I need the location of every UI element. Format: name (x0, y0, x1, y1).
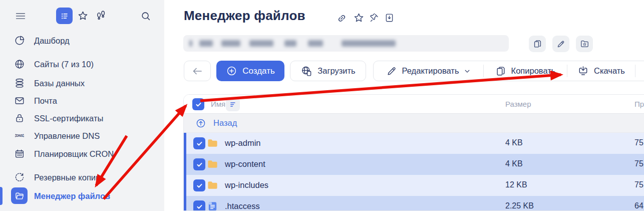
sidebar-item-label: Базы данных (34, 79, 85, 88)
file-name: wp-includes (225, 180, 268, 190)
file-name: wp-content (225, 159, 265, 169)
sidebar-item-backups[interactable]: Резервные копии (0, 169, 164, 185)
menu-hamburger-icon[interactable] (15, 11, 26, 22)
download-button[interactable]: Скачать (567, 61, 635, 81)
edit-button[interactable]: Редактировать (374, 61, 483, 81)
sidebar-item-label: Резервные копии (34, 173, 100, 182)
star-icon[interactable] (353, 12, 365, 24)
sidebar-item-label: SSL-сертификаты (34, 114, 103, 123)
sidebar-item-cron[interactable]: Планировщик CRON (0, 146, 164, 162)
sidebar-item-databases[interactable]: Базы данных (0, 75, 164, 91)
file-permissions: 75 (634, 138, 643, 147)
table-row[interactable]: wp-admin 4 KB 75 (184, 133, 644, 154)
edit-button-label: Редактировать (402, 66, 459, 76)
envelope-icon (14, 95, 25, 106)
copy-button[interactable]: Копировать (484, 61, 567, 81)
chevron-down-icon (464, 68, 471, 75)
file-name: .htaccess (225, 201, 260, 211)
sidebar-item-ssl[interactable]: SSL-сертификаты (0, 110, 164, 126)
table-header: Имя Размер Пр (184, 95, 644, 114)
sidebar-item-dns[interactable]: DNS Управление DNS (0, 128, 164, 144)
column-header-name[interactable]: Имя (211, 100, 225, 108)
calendar-icon (14, 148, 25, 159)
redacted-path-segment (189, 40, 192, 47)
restore-arrow-icon (14, 172, 25, 183)
config-file-icon (207, 200, 218, 211)
back-row[interactable]: Назад (184, 114, 644, 133)
path-bar[interactable] (183, 35, 509, 52)
page-title: Менеджер файлов (184, 8, 305, 24)
copy-path-button[interactable] (529, 36, 546, 52)
column-header-permissions[interactable]: Пр (634, 100, 644, 108)
edit-path-button[interactable] (552, 36, 569, 52)
folder-icon (207, 137, 218, 149)
redacted-path-segment (199, 40, 213, 47)
sidebar-item-label: Сайты (7 из 10) (34, 60, 94, 69)
upload-button[interactable]: Загрузить (290, 61, 366, 81)
svg-text:DNS: DNS (16, 134, 24, 137)
list-view-icon[interactable] (56, 8, 73, 24)
create-button[interactable]: Создать (216, 61, 284, 81)
lock-icon (14, 113, 25, 124)
pin-icon[interactable] (369, 13, 380, 23)
active-indicator (0, 187, 3, 205)
sidebar-item-mail[interactable]: Почта (0, 93, 164, 109)
redacted-path-segment (221, 40, 240, 47)
create-button-label: Создать (242, 66, 275, 76)
redacted-path-segment (249, 40, 273, 47)
favorites-star-icon[interactable] (77, 10, 89, 22)
file-size: 4 KB (505, 138, 523, 147)
selected-indicator (184, 175, 186, 196)
go-up-icon (195, 118, 206, 129)
sort-button[interactable] (226, 97, 240, 111)
file-permissions: 75 (634, 180, 643, 189)
row-checkbox[interactable] (193, 158, 205, 170)
folder-icon (207, 179, 218, 191)
pie-chart-icon (14, 35, 25, 46)
select-all-checkbox[interactable] (192, 98, 204, 110)
folder-icon (207, 158, 218, 170)
file-name: wp-admin (225, 138, 261, 148)
table-row[interactable]: .htaccess 2.25 KB 64 (184, 196, 644, 211)
download-button-label: Скачать (594, 66, 625, 76)
selected-indicator (184, 154, 186, 175)
database-icon (14, 78, 25, 89)
file-permissions: 64 (634, 201, 643, 210)
row-checkbox[interactable] (193, 200, 205, 211)
selected-indicator (184, 133, 186, 154)
table-row[interactable]: wp-content 4 KB 75 (184, 154, 644, 175)
file-size: 12 KB (505, 180, 527, 189)
sidebar: Дашборд Сайты (7 из 10) Базы данных Почт… (0, 0, 164, 211)
back-row-label: Назад (213, 118, 237, 128)
upload-button-label: Загрузить (317, 66, 355, 76)
export-document-icon[interactable] (384, 13, 395, 23)
file-permissions: 75 (634, 159, 643, 168)
selected-indicator (184, 196, 186, 211)
file-manager-page: Дашборд Сайты (7 из 10) Базы данных Почт… (0, 0, 644, 211)
sidebar-item-label: Управление DNS (34, 131, 100, 141)
folder-icon (11, 187, 28, 204)
sidebar-item-sites[interactable]: Сайты (7 из 10) (0, 56, 164, 72)
row-checkbox[interactable] (193, 179, 205, 191)
sidebar-item-file-manager[interactable]: Менеджер файлов (0, 188, 164, 204)
table-row[interactable]: wp-includes 12 KB 75 (184, 175, 644, 196)
favorite-folder-button[interactable] (576, 36, 593, 52)
back-button[interactable] (184, 61, 211, 81)
footprints-icon[interactable] (95, 10, 107, 22)
sidebar-item-label: Планировщик CRON (34, 149, 114, 159)
redacted-path-segment (284, 40, 296, 47)
sidebar-item-dashboard[interactable]: Дашборд (0, 33, 164, 49)
search-icon[interactable] (140, 11, 151, 22)
file-table: Имя Размер Пр Назад wp-admin 4 KB 75 (183, 94, 644, 211)
sidebar-item-label: Менеджер файлов (34, 191, 110, 201)
redacted-path-segment (308, 40, 323, 47)
divider (635, 65, 635, 77)
dns-icon: DNS (14, 130, 25, 141)
link-icon[interactable] (336, 13, 348, 24)
sidebar-item-label: Почта (34, 96, 57, 106)
file-size: 2.25 KB (505, 201, 534, 210)
file-size: 4 KB (505, 159, 523, 168)
row-checkbox[interactable] (193, 137, 205, 149)
copy-button-label: Копировать (511, 66, 556, 76)
column-header-size[interactable]: Размер (505, 100, 531, 108)
